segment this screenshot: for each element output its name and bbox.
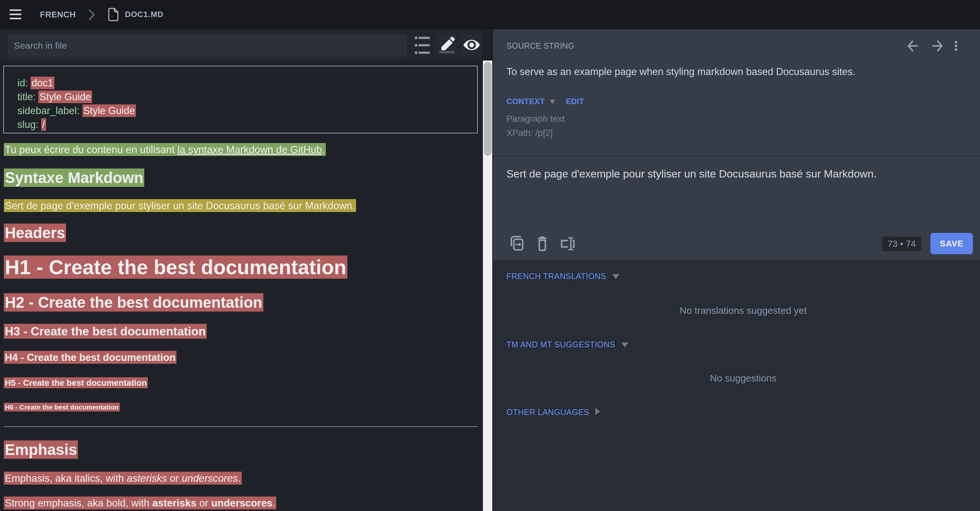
svg-text:M↓: M↓ — [110, 14, 116, 19]
